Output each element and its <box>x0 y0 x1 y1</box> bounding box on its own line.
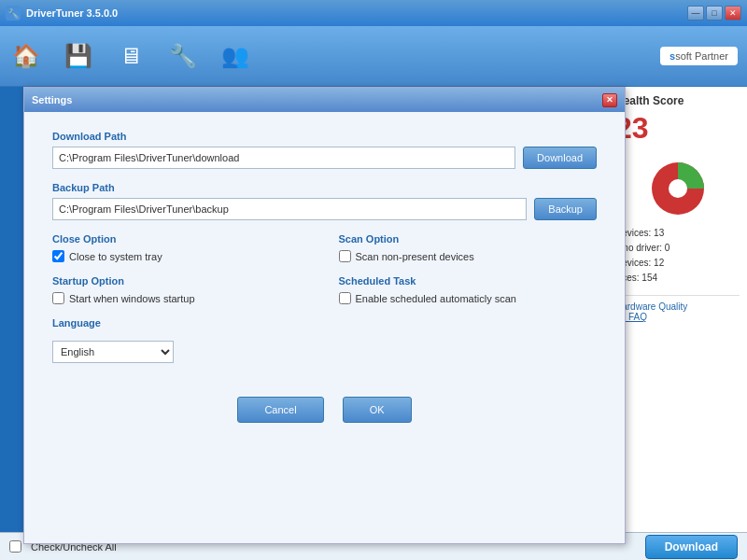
startup-checkbox-row: Start when windows startup <box>52 292 311 304</box>
toolbar-computer[interactable]: 🖥 <box>114 39 148 73</box>
title-bar: 🔧 DriverTuner 3.5.0.0 — □ ✕ <box>0 0 747 26</box>
health-score-title: Health Score <box>615 94 740 107</box>
driver-update-icon: 💾 <box>62 39 95 73</box>
ok-button[interactable]: OK <box>343 397 412 423</box>
stats-text: Devices: 13 n no driver: 0 Devices: 12 v… <box>615 226 740 286</box>
window-controls: — □ ✕ <box>687 6 741 21</box>
toolbar-home[interactable]: 🏠 <box>9 39 43 73</box>
main-download-button[interactable]: Download <box>645 535 738 559</box>
settings-dialog: Settings ✕ Download Path Download Backup… <box>23 87 626 544</box>
language-label: Language <box>52 317 311 329</box>
backup-path-button[interactable]: Backup <box>534 198 597 220</box>
maximize-button[interactable]: □ <box>706 6 723 21</box>
scan-option-label: Scan Option <box>339 233 598 245</box>
tools-icon: 🔧 <box>166 39 200 73</box>
svg-point-1 <box>669 179 687 198</box>
left-options-col: Close Option Close to system tray Startu… <box>52 233 311 376</box>
help-icon: 👥 <box>218 39 252 73</box>
backup-path-label: Backup Path <box>52 182 597 193</box>
scheduled-task-label: Scheduled Task <box>339 275 598 287</box>
options-columns: Close Option Close to system tray Startu… <box>52 233 597 376</box>
language-section: Language English Chinese German French S… <box>52 317 311 363</box>
partner-area: ssoft Partner <box>660 47 738 65</box>
language-select[interactable]: English Chinese German French Spanish <box>52 341 174 363</box>
right-panel: Health Score 23 Devices: 13 n no driver:… <box>607 87 747 532</box>
close-button[interactable]: ✕ <box>725 6 741 21</box>
health-score-number: 23 <box>615 111 740 146</box>
pie-chart <box>641 153 715 218</box>
app-icon: 🔧 <box>6 6 21 21</box>
download-path-input[interactable] <box>52 147 515 169</box>
startup-option-label: Startup Option <box>52 275 311 287</box>
backup-path-row: Backup <box>52 198 597 220</box>
backup-path-section: Backup Path Backup <box>52 182 597 220</box>
computer-icon: 🖥 <box>114 39 148 73</box>
scheduled-task-checkbox-label: Enable scheduled automaticly scan <box>356 293 516 304</box>
hardware-quality: Hardware Quality ee FAQ <box>615 295 740 322</box>
close-option-section: Close Option Close to system tray <box>52 233 311 262</box>
scan-checkbox[interactable] <box>339 250 351 262</box>
scheduled-task-section: Scheduled Task Enable scheduled automati… <box>339 275 598 304</box>
stat-4: vices: 154 <box>615 271 740 286</box>
faq-link[interactable]: ee FAQ <box>615 312 740 322</box>
scheduled-task-checkbox[interactable] <box>339 292 351 304</box>
hw-quality-label: Hardware Quality <box>615 301 740 312</box>
scan-checkbox-row: Scan non-present devices <box>339 250 598 262</box>
app-title: DriverTuner 3.5.0.0 <box>26 7 687 19</box>
dialog-close-button[interactable]: ✕ <box>602 93 617 107</box>
partner-text: soft Partner <box>675 50 728 62</box>
stat-2: n no driver: 0 <box>615 241 740 256</box>
download-path-label: Download Path <box>52 131 597 142</box>
minimize-button[interactable]: — <box>687 6 704 21</box>
scan-label: Scan non-present devices <box>356 251 474 262</box>
startup-label: Start when windows startup <box>69 293 195 304</box>
check-uncheck-all-checkbox[interactable] <box>9 540 21 553</box>
toolbar-tools[interactable]: 🔧 <box>166 39 200 73</box>
dialog-title-bar: Settings ✕ <box>24 88 625 112</box>
startup-checkbox[interactable] <box>52 292 64 304</box>
scan-option-section: Scan Option Scan non-present devices <box>339 233 598 262</box>
close-to-tray-checkbox[interactable] <box>52 250 64 262</box>
toolbar-driver-update[interactable]: 💾 <box>62 39 95 73</box>
startup-option-section: Startup Option Start when windows startu… <box>52 275 311 304</box>
dialog-buttons: Cancel OK <box>52 397 597 423</box>
stat-3: Devices: 12 <box>615 256 740 271</box>
home-icon: 🏠 <box>9 39 43 73</box>
download-path-row: Download <box>52 147 597 169</box>
cancel-button[interactable]: Cancel <box>237 397 323 423</box>
download-path-button[interactable]: Download <box>523 147 597 169</box>
toolbar-help[interactable]: 👥 <box>218 39 252 73</box>
close-option-label: Close Option <box>52 233 311 245</box>
stat-1: Devices: 13 <box>615 226 740 241</box>
backup-path-input[interactable] <box>52 198 527 220</box>
toolbar: 🏠 💾 🖥 🔧 👥 ssoft Partner <box>0 26 747 87</box>
right-options-col: Scan Option Scan non-present devices Sch… <box>339 233 598 376</box>
dialog-content: Download Path Download Backup Path Backu… <box>24 112 625 543</box>
dialog-title: Settings <box>32 94 602 105</box>
download-path-section: Download Path Download <box>52 131 597 169</box>
close-to-tray-row: Close to system tray <box>52 250 311 262</box>
scheduled-task-checkbox-row: Enable scheduled automaticly scan <box>339 292 598 304</box>
close-to-tray-label: Close to system tray <box>69 251 162 262</box>
